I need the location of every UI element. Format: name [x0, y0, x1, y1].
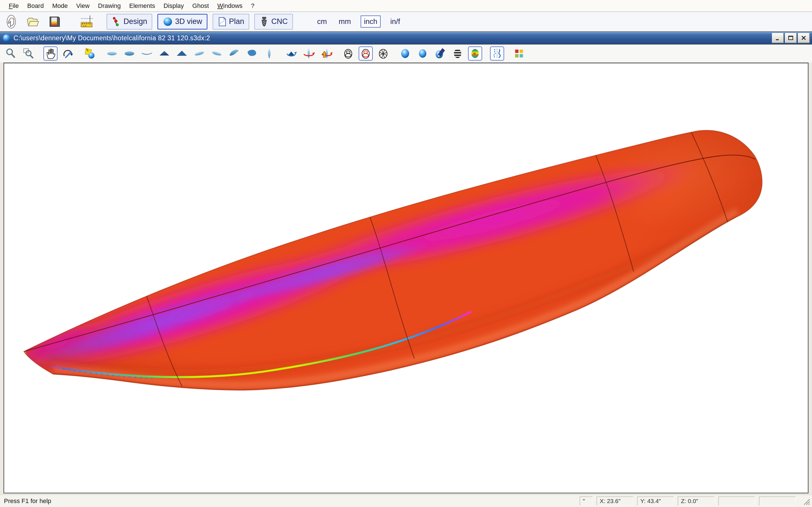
- close-button[interactable]: [798, 33, 810, 43]
- board-edge-shading: [4, 63, 808, 493]
- status-unit-panel: ": [580, 497, 593, 506]
- minimize-button[interactable]: [772, 33, 784, 43]
- menu-mode[interactable]: Mode: [49, 1, 71, 11]
- design-nodes-icon: [112, 16, 121, 27]
- save-icon[interactable]: [47, 14, 61, 29]
- cnc-button[interactable]: CNC: [254, 14, 293, 30]
- document-title: C:\users\dennery\My Documents\hotelcalif…: [13, 34, 210, 42]
- cnc-button-label: CNC: [271, 17, 288, 26]
- wireframe-slices-icon[interactable]: [359, 47, 373, 61]
- view-front-section-icon[interactable]: [157, 47, 171, 61]
- rotate-view-icon[interactable]: [284, 47, 298, 61]
- status-x-panel: X: 23.6": [597, 497, 633, 506]
- 3d-viewport[interactable]: [3, 62, 809, 494]
- unit-cm[interactable]: cm: [315, 15, 329, 27]
- main-toolbar: 1 0 Design 3D view: [0, 12, 812, 32]
- pan-hand-icon[interactable]: [43, 47, 57, 61]
- view-bottom-icon[interactable]: [122, 47, 137, 61]
- rotate-3d-icon[interactable]: [61, 47, 75, 61]
- zoom-icon[interactable]: [4, 47, 18, 61]
- resize-grip[interactable]: [802, 497, 810, 505]
- wireframe-icon[interactable]: [341, 47, 355, 61]
- maximize-button[interactable]: [785, 33, 797, 43]
- zoom-window-icon[interactable]: [21, 47, 36, 61]
- view-perspective-left-icon[interactable]: [227, 47, 241, 61]
- status-y-panel: Y: 43.4": [637, 497, 674, 506]
- view-top-icon[interactable]: [105, 47, 119, 61]
- unit-inf[interactable]: in/f: [388, 15, 402, 27]
- view-side-outline-icon[interactable]: [262, 47, 276, 61]
- unit-mm[interactable]: mm: [336, 15, 353, 27]
- spin-horizontal-icon[interactable]: [302, 47, 316, 61]
- plan-button-label: Plan: [229, 17, 244, 26]
- menu-ghost[interactable]: Ghost: [189, 1, 213, 11]
- 3d-view-button-label: 3D view: [175, 17, 202, 26]
- unit-inch[interactable]: inch: [361, 15, 381, 27]
- design-button[interactable]: Design: [107, 14, 152, 30]
- menu-board[interactable]: Board: [23, 1, 47, 11]
- view-perspective-right-icon[interactable]: [245, 47, 259, 61]
- window-controls: [772, 33, 810, 43]
- 3d-view-button[interactable]: 3D view: [157, 14, 207, 30]
- menu-file[interactable]: File: [5, 1, 22, 11]
- wireframe-mesh-icon[interactable]: [376, 47, 390, 61]
- blue-sphere-icon: [163, 17, 173, 27]
- menu-windows[interactable]: Windows: [214, 1, 246, 11]
- view-tilt-right-icon[interactable]: [210, 47, 224, 61]
- menu-help[interactable]: ?: [247, 1, 258, 11]
- tile-windows-icon[interactable]: [512, 47, 526, 61]
- menu-view[interactable]: View: [72, 1, 93, 11]
- pointer-hand-icon[interactable]: [4, 14, 18, 29]
- cnc-bit-icon: [259, 16, 269, 27]
- design-button-label: Design: [123, 17, 147, 26]
- view-toolbar: [0, 45, 812, 62]
- spin-vertical-icon[interactable]: [319, 47, 333, 61]
- menu-elements[interactable]: Elements: [125, 1, 159, 11]
- view-back-section-icon[interactable]: [175, 47, 189, 61]
- document-titlebar[interactable]: C:\users\dennery\My Documents\hotelcalif…: [0, 32, 812, 45]
- render-solid-icon[interactable]: [398, 47, 412, 61]
- svg-text:1 0: 1 0: [83, 24, 86, 27]
- render-curvature-icon[interactable]: [468, 47, 482, 61]
- measure-ruler-icon[interactable]: 1 0: [80, 14, 94, 29]
- plan-button[interactable]: Plan: [213, 14, 249, 30]
- render-zebra-icon[interactable]: [451, 47, 465, 61]
- unit-selector: cm mm inch in/f: [315, 15, 402, 27]
- status-help-text: Press F1 for help: [4, 497, 51, 505]
- status-panels: " X: 23.6" Y: 43.4" Z: 0.0": [580, 497, 810, 506]
- open-folder-icon[interactable]: [26, 14, 40, 29]
- render-smooth-icon[interactable]: [416, 47, 430, 61]
- menu-display[interactable]: Display: [160, 1, 188, 11]
- app-sphere-icon: [2, 34, 11, 42]
- status-bar: Press F1 for help " X: 23.6" Y: 43.4" Z:…: [0, 495, 812, 507]
- plan-sheet-icon: [218, 16, 227, 27]
- status-empty-panel-1: [718, 497, 755, 506]
- file-tools: 1 0: [4, 14, 94, 29]
- surfboard-3d-render: [4, 63, 808, 493]
- lighting-icon[interactable]: [83, 47, 97, 61]
- mode-buttons: Design 3D view Plan: [107, 14, 293, 30]
- view-deck-curve-icon[interactable]: [140, 47, 154, 61]
- status-z-panel: Z: 0.0": [678, 497, 714, 506]
- view-tilt-left-icon[interactable]: [192, 47, 206, 61]
- status-empty-panel-2: [759, 497, 796, 506]
- symmetry-icon[interactable]: [490, 47, 504, 61]
- menu-drawing[interactable]: Drawing: [94, 1, 124, 11]
- menu-bar: File Board Mode View Drawing Elements Di…: [0, 0, 812, 12]
- render-design-icon[interactable]: [433, 47, 447, 61]
